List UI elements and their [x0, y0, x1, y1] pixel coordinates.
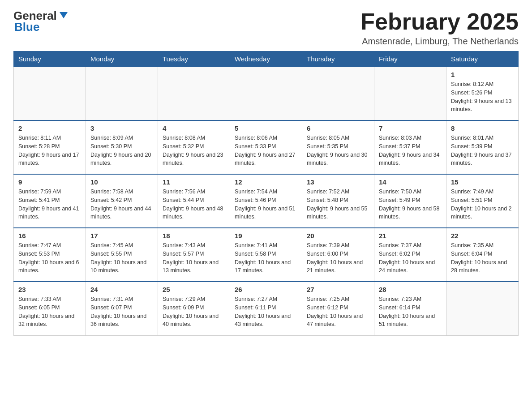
location-subtitle: Amstenrade, Limburg, The Netherlands — [360, 36, 519, 47]
calendar-cell: 27Sunrise: 7:25 AM Sunset: 6:12 PM Dayli… — [302, 282, 374, 335]
day-info: Sunrise: 7:47 AM Sunset: 5:53 PM Dayligh… — [18, 241, 81, 275]
page-header: General Blue February 2025 Amstenrade, L… — [13, 9, 519, 47]
calendar-cell: 8Sunrise: 8:01 AM Sunset: 5:39 PM Daylig… — [446, 120, 519, 174]
day-number: 15 — [451, 178, 514, 186]
calendar-cell: 23Sunrise: 7:33 AM Sunset: 6:05 PM Dayli… — [14, 282, 86, 335]
day-number: 1 — [451, 71, 514, 78]
calendar-week-row: 9Sunrise: 7:59 AM Sunset: 5:41 PM Daylig… — [14, 174, 519, 228]
calendar-cell: 12Sunrise: 7:54 AM Sunset: 5:46 PM Dayli… — [230, 174, 302, 228]
day-header-saturday: Saturday — [446, 51, 519, 67]
day-number: 11 — [163, 178, 225, 186]
day-info: Sunrise: 7:49 AM Sunset: 5:51 PM Dayligh… — [451, 188, 514, 221]
calendar-cell — [158, 67, 230, 120]
day-number: 5 — [235, 124, 297, 132]
day-number: 20 — [307, 232, 369, 240]
calendar-cell — [230, 67, 302, 120]
calendar-cell: 15Sunrise: 7:49 AM Sunset: 5:51 PM Dayli… — [446, 174, 519, 228]
logo-blue-text: Blue — [14, 20, 39, 34]
day-header-monday: Monday — [86, 51, 158, 67]
calendar-week-row: 23Sunrise: 7:33 AM Sunset: 6:05 PM Dayli… — [14, 282, 519, 335]
month-title: February 2025 — [360, 9, 519, 34]
calendar-cell: 16Sunrise: 7:47 AM Sunset: 5:53 PM Dayli… — [14, 228, 86, 282]
calendar-cell: 6Sunrise: 8:05 AM Sunset: 5:35 PM Daylig… — [302, 120, 374, 174]
calendar-header-row: SundayMondayTuesdayWednesdayThursdayFrid… — [14, 51, 519, 67]
day-header-tuesday: Tuesday — [158, 51, 230, 67]
calendar-cell: 2Sunrise: 8:11 AM Sunset: 5:28 PM Daylig… — [14, 120, 86, 174]
day-number: 28 — [379, 286, 442, 293]
day-header-friday: Friday — [374, 51, 446, 67]
calendar-cell: 20Sunrise: 7:39 AM Sunset: 6:00 PM Dayli… — [302, 228, 374, 282]
calendar-cell: 22Sunrise: 7:35 AM Sunset: 6:04 PM Dayli… — [446, 228, 519, 282]
calendar-cell: 14Sunrise: 7:50 AM Sunset: 5:49 PM Dayli… — [374, 174, 446, 228]
day-info: Sunrise: 7:23 AM Sunset: 6:14 PM Dayligh… — [379, 295, 442, 329]
title-block: February 2025 Amstenrade, Limburg, The N… — [360, 9, 519, 47]
calendar-cell — [14, 67, 86, 120]
day-number: 21 — [379, 232, 442, 240]
calendar-cell — [374, 67, 446, 120]
calendar-cell: 25Sunrise: 7:29 AM Sunset: 6:09 PM Dayli… — [158, 282, 230, 335]
day-header-sunday: Sunday — [14, 51, 86, 67]
calendar-cell: 9Sunrise: 7:59 AM Sunset: 5:41 PM Daylig… — [14, 174, 86, 228]
day-info: Sunrise: 8:08 AM Sunset: 5:32 PM Dayligh… — [163, 134, 225, 167]
day-info: Sunrise: 8:01 AM Sunset: 5:39 PM Dayligh… — [451, 134, 514, 167]
day-info: Sunrise: 7:39 AM Sunset: 6:00 PM Dayligh… — [307, 241, 369, 275]
day-number: 18 — [163, 232, 225, 240]
calendar-cell: 5Sunrise: 8:06 AM Sunset: 5:33 PM Daylig… — [230, 120, 302, 174]
calendar-cell: 17Sunrise: 7:45 AM Sunset: 5:55 PM Dayli… — [86, 228, 158, 282]
day-number: 14 — [379, 178, 442, 186]
day-number: 3 — [90, 124, 153, 132]
day-number: 7 — [379, 124, 442, 132]
day-info: Sunrise: 7:27 AM Sunset: 6:11 PM Dayligh… — [235, 295, 297, 329]
day-info: Sunrise: 7:45 AM Sunset: 5:55 PM Dayligh… — [90, 241, 153, 275]
day-number: 9 — [18, 178, 81, 186]
day-info: Sunrise: 8:05 AM Sunset: 5:35 PM Dayligh… — [307, 134, 369, 167]
day-info: Sunrise: 7:54 AM Sunset: 5:46 PM Dayligh… — [235, 188, 297, 221]
day-number: 19 — [235, 232, 297, 240]
calendar-cell: 28Sunrise: 7:23 AM Sunset: 6:14 PM Dayli… — [374, 282, 446, 335]
day-info: Sunrise: 7:56 AM Sunset: 5:44 PM Dayligh… — [163, 188, 225, 221]
svg-marker-0 — [60, 12, 68, 18]
calendar-cell: 24Sunrise: 7:31 AM Sunset: 6:07 PM Dayli… — [86, 282, 158, 335]
day-number: 4 — [163, 124, 225, 132]
day-header-thursday: Thursday — [302, 51, 374, 67]
day-number: 26 — [235, 286, 297, 293]
calendar-cell: 7Sunrise: 8:03 AM Sunset: 5:37 PM Daylig… — [374, 120, 446, 174]
day-info: Sunrise: 7:31 AM Sunset: 6:07 PM Dayligh… — [90, 295, 153, 329]
calendar-cell: 13Sunrise: 7:52 AM Sunset: 5:48 PM Dayli… — [302, 174, 374, 228]
day-info: Sunrise: 7:52 AM Sunset: 5:48 PM Dayligh… — [307, 188, 369, 221]
calendar-cell: 1Sunrise: 8:12 AM Sunset: 5:26 PM Daylig… — [446, 67, 519, 120]
day-info: Sunrise: 8:03 AM Sunset: 5:37 PM Dayligh… — [379, 134, 442, 167]
day-info: Sunrise: 7:43 AM Sunset: 5:57 PM Dayligh… — [163, 241, 225, 275]
day-number: 2 — [18, 124, 81, 132]
calendar-cell: 19Sunrise: 7:41 AM Sunset: 5:58 PM Dayli… — [230, 228, 302, 282]
logo-triangle-icon — [59, 10, 69, 22]
calendar-cell: 18Sunrise: 7:43 AM Sunset: 5:57 PM Dayli… — [158, 228, 230, 282]
day-info: Sunrise: 8:09 AM Sunset: 5:30 PM Dayligh… — [90, 134, 153, 167]
day-number: 12 — [235, 178, 297, 186]
day-info: Sunrise: 7:33 AM Sunset: 6:05 PM Dayligh… — [18, 295, 81, 329]
day-info: Sunrise: 8:12 AM Sunset: 5:26 PM Dayligh… — [451, 80, 514, 114]
calendar-cell — [86, 67, 158, 120]
calendar-week-row: 2Sunrise: 8:11 AM Sunset: 5:28 PM Daylig… — [14, 120, 519, 174]
day-info: Sunrise: 7:50 AM Sunset: 5:49 PM Dayligh… — [379, 188, 442, 221]
day-number: 25 — [163, 286, 225, 293]
calendar-cell: 26Sunrise: 7:27 AM Sunset: 6:11 PM Dayli… — [230, 282, 302, 335]
day-info: Sunrise: 8:11 AM Sunset: 5:28 PM Dayligh… — [18, 134, 81, 167]
day-info: Sunrise: 7:29 AM Sunset: 6:09 PM Dayligh… — [163, 295, 225, 329]
logo: General Blue — [13, 9, 69, 34]
day-info: Sunrise: 7:58 AM Sunset: 5:42 PM Dayligh… — [90, 188, 153, 221]
day-number: 6 — [307, 124, 369, 132]
day-number: 16 — [18, 232, 81, 240]
calendar-week-row: 16Sunrise: 7:47 AM Sunset: 5:53 PM Dayli… — [14, 228, 519, 282]
day-number: 8 — [451, 124, 514, 132]
day-number: 10 — [90, 178, 153, 186]
day-number: 23 — [18, 286, 81, 293]
day-number: 13 — [307, 178, 369, 186]
calendar-table: SundayMondayTuesdayWednesdayThursdayFrid… — [13, 51, 519, 336]
calendar-cell: 4Sunrise: 8:08 AM Sunset: 5:32 PM Daylig… — [158, 120, 230, 174]
calendar-cell: 11Sunrise: 7:56 AM Sunset: 5:44 PM Dayli… — [158, 174, 230, 228]
calendar-cell — [446, 282, 519, 335]
day-number: 27 — [307, 286, 369, 293]
calendar-cell: 21Sunrise: 7:37 AM Sunset: 6:02 PM Dayli… — [374, 228, 446, 282]
day-number: 22 — [451, 232, 514, 240]
